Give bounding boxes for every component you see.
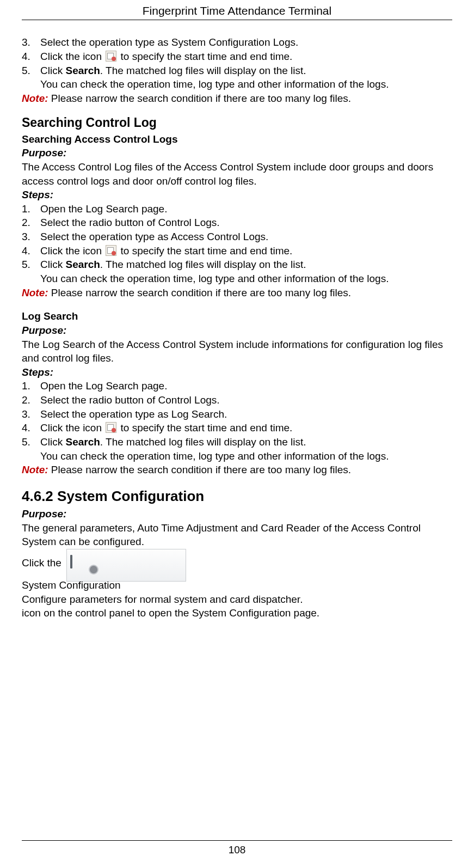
purpose-label: Purpose: (22, 323, 452, 338)
step-number: 2. (22, 216, 40, 230)
step-text-part: to specify the start time and end time. (121, 51, 293, 62)
step-text-bold: Search (65, 436, 100, 448)
step-text: Click the icon to specify the start time… (40, 244, 452, 258)
step-number: 2. (22, 393, 40, 407)
step-list: 1. Open the Log Search page. 2. Select t… (22, 379, 452, 463)
step-item: 5. Click Search. The matched log files w… (22, 64, 452, 91)
step-number: 5. (22, 258, 40, 272)
steps-label: Steps: (22, 188, 452, 202)
instruction-text-part: icon on the control panel to open the Sy… (22, 607, 319, 619)
step-text-part: Click the icon (40, 422, 102, 433)
page-footer: 108 (22, 840, 452, 857)
monitor-icon (70, 555, 95, 577)
step-text: Select the operation type as System Conf… (40, 35, 452, 50)
step-text-part: You can check the operation time, log ty… (40, 273, 389, 284)
footer-rule (22, 840, 452, 841)
datetime-picker-icon (106, 51, 116, 62)
purpose-label: Purpose: (22, 507, 452, 521)
page-number: 108 (22, 843, 452, 857)
step-text: Select the operation type as Access Cont… (40, 230, 452, 244)
step-text-part: Click (40, 259, 65, 270)
page-header-title: Fingerprint Time Attendance Terminal (22, 0, 452, 20)
step-item: 5. Click Search. The matched log files w… (22, 258, 452, 285)
step-text-part: You can check the operation time, log ty… (40, 450, 389, 462)
purpose-label: Purpose: (22, 146, 452, 160)
section-subheading: Searching Access Control Logs (22, 132, 452, 146)
step-number: 5. (22, 435, 40, 449)
step-text-part: Click (40, 436, 65, 448)
section-heading: Log Search (22, 309, 452, 323)
step-text-bold: Search (65, 259, 100, 270)
step-number: 1. (22, 379, 40, 393)
step-text: Click Search. The matched log files will… (40, 258, 452, 285)
step-number: 3. (22, 35, 40, 50)
step-text-part: . The matched log files will display on … (100, 65, 306, 76)
datetime-picker-icon (106, 245, 116, 256)
step-text: Click Search. The matched log files will… (40, 435, 452, 463)
step-text-part: Click (40, 65, 65, 76)
system-configuration-tile-icon (66, 549, 186, 582)
note-text: Please narrow the search condition if th… (48, 287, 352, 298)
step-text-part: . The matched log files will display on … (100, 436, 306, 448)
step-number: 4. (22, 244, 40, 258)
note-text: Please narrow the search condition if th… (48, 464, 352, 475)
step-item: 3. Select the operation type as Log Sear… (22, 407, 452, 421)
step-item: 5. Click Search. The matched log files w… (22, 435, 452, 463)
step-item: 2. Select the radio button of Control Lo… (22, 216, 452, 230)
datetime-picker-icon (106, 422, 116, 433)
step-text: Open the Log Search page. (40, 202, 452, 216)
note-line: Note: Please narrow the search condition… (22, 286, 452, 300)
step-text-part: You can check the operation time, log ty… (40, 78, 389, 90)
step-text: Click Search. The matched log files will… (40, 64, 452, 91)
purpose-text: The Access Control Log files of the Acce… (22, 160, 452, 188)
step-item: 2. Select the radio button of Control Lo… (22, 393, 452, 407)
step-text-part: Click the icon (40, 245, 102, 256)
step-number: 4. (22, 50, 40, 64)
step-item: 4. Click the icon to specify the start t… (22, 50, 452, 64)
step-text: Select the radio button of Control Logs. (40, 216, 452, 230)
note-label: Note: (22, 287, 48, 298)
note-text: Please narrow the search condition if th… (48, 93, 352, 104)
step-item: 4. Click the icon to specify the start t… (22, 244, 452, 258)
chapter-title: System Configuration (57, 488, 204, 504)
step-item: 1. Open the Log Search page. (22, 202, 452, 216)
step-text-part: . The matched log files will display on … (100, 259, 306, 270)
step-number: 3. (22, 407, 40, 421)
sysconfig-instruction: Click the (22, 549, 452, 578)
note-line: Note: Please narrow the search condition… (22, 463, 452, 477)
step-number: 3. (22, 230, 40, 244)
step-text-part: Click the icon (40, 51, 102, 62)
note-line: Note: Please narrow the search condition… (22, 91, 452, 106)
step-text-part: to specify the start time and end time. (121, 422, 293, 433)
step-list-continued: 3. Select the operation type as System C… (22, 35, 452, 91)
steps-label: Steps: (22, 365, 452, 380)
step-text-part: to specify the start time and end time. (121, 245, 293, 256)
header-rule (22, 20, 452, 20)
purpose-text: The Log Search of the Access Control Sys… (22, 338, 452, 365)
step-text: Select the operation type as Log Search. (40, 407, 452, 421)
step-item: 3. Select the operation type as Access C… (22, 230, 452, 244)
step-list: 1. Open the Log Search page. 2. Select t… (22, 202, 452, 286)
step-text: Open the Log Search page. (40, 379, 452, 393)
gear-icon (90, 566, 97, 573)
chapter-number: 4.6.2 (22, 488, 57, 504)
step-text: Click the icon to specify the start time… (40, 50, 452, 64)
step-number: 5. (22, 64, 40, 78)
note-label: Note: (22, 93, 48, 104)
instruction-text-part: Click the (22, 557, 64, 569)
purpose-text: The general parameters, Auto Time Adjust… (22, 521, 452, 549)
note-label: Note: (22, 464, 48, 475)
step-item: 1. Open the Log Search page. (22, 379, 452, 393)
step-number: 4. (22, 421, 40, 435)
step-number: 1. (22, 202, 40, 216)
step-item: 4. Click the icon to specify the start t… (22, 421, 452, 435)
step-item: 3. Select the operation type as System C… (22, 35, 452, 50)
step-text-bold: Search (65, 65, 100, 76)
chapter-heading: 4.6.2 System Configuration (22, 487, 452, 506)
step-text: Select the radio button of Control Logs. (40, 393, 452, 407)
step-text: Click the icon to specify the start time… (40, 421, 452, 435)
tile-description: Configure parameters for normal system a… (22, 592, 452, 607)
section-heading: Searching Control Log (22, 114, 452, 131)
